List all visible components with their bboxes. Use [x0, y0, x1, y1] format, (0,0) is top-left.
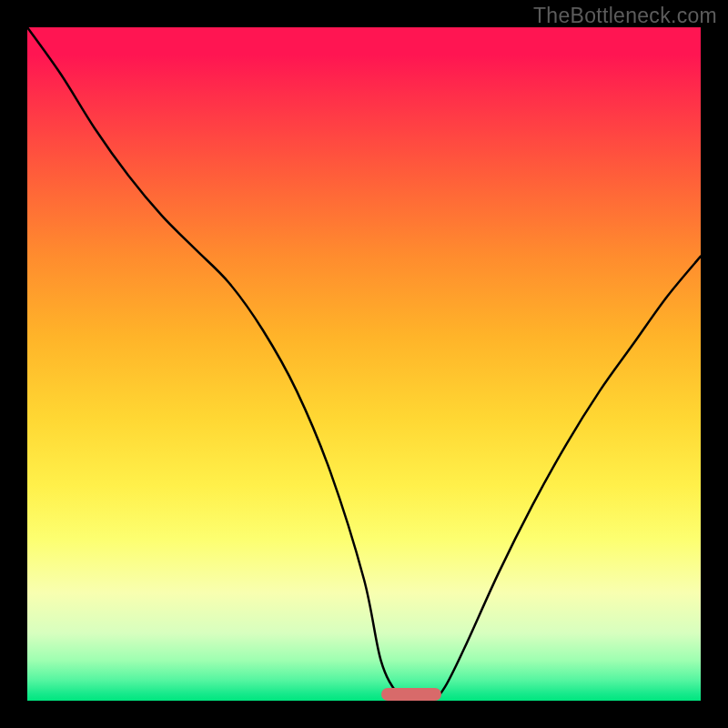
- watermark-text: TheBottleneck.com: [533, 4, 717, 28]
- bottleneck-curve: [27, 27, 701, 701]
- optimal-zone-marker: [381, 688, 442, 701]
- chart-container: TheBottleneck.com: [0, 0, 728, 728]
- plot-area: [27, 27, 701, 701]
